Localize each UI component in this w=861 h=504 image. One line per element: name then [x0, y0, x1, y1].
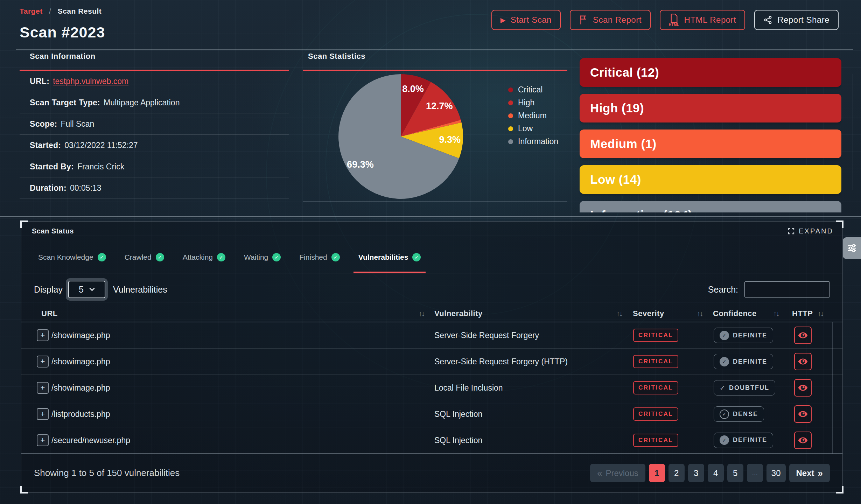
previous-page-button[interactable]: « Previous	[590, 464, 645, 482]
scan-result-page: Target / Scan Result ▶ Start Scan Scan R…	[0, 0, 861, 504]
report-share-button[interactable]: Report Share	[754, 10, 839, 30]
next-page-button[interactable]: Next »	[789, 464, 830, 482]
scan-info-value: 00:05:13	[70, 183, 102, 193]
page-button-3[interactable]: 3	[688, 464, 704, 482]
previous-label: Previous	[606, 468, 638, 478]
expand-button[interactable]: EXPAND	[788, 227, 833, 235]
severity-card-information[interactable]: Information (104)	[580, 201, 841, 212]
page-button-...[interactable]: ...	[747, 464, 763, 482]
table-header: URL ↑↓ Vulnerability ↑↓ Severity ↑↓ Conf…	[21, 306, 842, 322]
display-count-select[interactable]: 5	[68, 281, 105, 298]
showing-summary: Showing 1 to 5 of 150 vulnerabilities	[34, 468, 180, 478]
corner-bracket-icon	[20, 220, 28, 228]
http-view-button[interactable]	[794, 379, 812, 397]
page-button-30[interactable]: 30	[766, 464, 786, 482]
http-view-button[interactable]	[794, 353, 812, 370]
scan-url-link[interactable]: testphp.vulnweb.com	[53, 77, 128, 86]
sort-arrows-icon[interactable]: ↑↓	[419, 310, 424, 318]
severity-card-medium[interactable]: Medium (1)	[580, 130, 841, 158]
cell-url: /showimage.php	[51, 357, 110, 366]
expand-row-button[interactable]: +	[37, 434, 49, 446]
expand-row-button[interactable]: +	[37, 329, 49, 341]
column-header-confidence[interactable]: Confidence	[713, 309, 757, 318]
page-buttons: 12345...30	[649, 464, 786, 482]
severity-card-critical[interactable]: Critical (12)	[580, 58, 841, 87]
check-icon: ✓	[720, 384, 725, 392]
expand-row-button[interactable]: +	[37, 408, 49, 420]
cell-vulnerability: SQL Injection	[434, 435, 482, 445]
scan-status-tabs: Scan Knowledge✓Crawled✓Attacking✓Waiting…	[21, 241, 842, 273]
scan-status-header: Scan Status EXPAND	[21, 222, 842, 241]
page-button-2[interactable]: 2	[668, 464, 685, 482]
cell-url: /listproducts.php	[51, 410, 110, 419]
tab-finished[interactable]: Finished✓	[294, 241, 344, 273]
html-report-button[interactable]: HTML HTML Report	[660, 10, 745, 30]
tab-label: Crawled	[125, 253, 152, 261]
eye-icon	[797, 382, 808, 393]
search-input[interactable]	[744, 281, 830, 298]
circle-check-icon: ✓	[720, 357, 729, 366]
severity-card-label: High (19)	[590, 101, 644, 115]
eye-icon	[797, 356, 808, 367]
sort-arrows-icon[interactable]: ↑↓	[818, 310, 823, 318]
table-row: +/listproducts.phpSQL InjectionCRITICAL✓…	[21, 401, 842, 427]
sort-arrows-icon[interactable]: ↑↓	[616, 310, 622, 318]
column-header-vulnerability[interactable]: Vulnerability	[434, 309, 483, 318]
confidence-label: DEFINITE	[733, 332, 767, 339]
severity-badge: CRITICAL	[633, 329, 678, 342]
sort-arrows-icon[interactable]: ↑↓	[697, 310, 702, 318]
sort-arrows-icon[interactable]: ↑↓	[773, 310, 779, 318]
legend-label: Medium	[518, 111, 547, 120]
table-row: +/showimage.phpServer-Side Request Forge…	[21, 349, 842, 375]
legend-item: Medium	[508, 109, 558, 122]
scan-info-value: Full Scan	[61, 119, 94, 129]
scan-information-title: Scan Information	[30, 52, 96, 61]
tab-crawled[interactable]: Crawled✓	[120, 241, 169, 273]
severity-card-low[interactable]: Low (14)	[580, 165, 841, 194]
severity-card-high[interactable]: High (19)	[580, 94, 841, 122]
confidence-label: DOUBTFUL	[729, 384, 769, 392]
expand-row-button[interactable]: +	[37, 356, 49, 368]
table-footer: Showing 1 to 5 of 150 vulnerabilities « …	[21, 454, 842, 492]
confidence-badge: ✓DEFINITE	[714, 354, 773, 369]
legend-item: High	[508, 96, 558, 109]
filter-settings-tab[interactable]	[843, 237, 861, 259]
confidence-label: DEFINITE	[733, 436, 767, 444]
double-chevron-right-icon: »	[818, 469, 823, 478]
page-button-1[interactable]: 1	[649, 464, 665, 482]
legend-dot-icon	[508, 88, 513, 92]
chevron-down-icon	[89, 288, 95, 291]
check-icon: ✓	[156, 253, 164, 261]
start-scan-button[interactable]: ▶ Start Scan	[491, 10, 561, 30]
tab-attacking[interactable]: Attacking✓	[178, 241, 230, 273]
scan-info-row: Scan Target Type:Multipage Application	[20, 92, 289, 113]
http-view-button[interactable]	[794, 432, 812, 449]
tab-scan-knowledge[interactable]: Scan Knowledge✓	[33, 241, 111, 273]
tab-vulnerabilities[interactable]: Vulnerabilities✓	[354, 241, 426, 273]
page-title: Scan #2023	[20, 24, 105, 41]
check-icon: ✓	[98, 253, 106, 261]
double-chevron-left-icon: «	[597, 469, 602, 478]
cell-url: /showimage.php	[51, 383, 110, 393]
scan-info-row: Started By:Francis Crick	[20, 156, 289, 177]
expand-row-button[interactable]: +	[37, 382, 49, 394]
cell-vulnerability: Local File Inclusion	[434, 383, 503, 393]
scan-status-title: Scan Status	[32, 227, 74, 235]
column-header-severity[interactable]: Severity	[633, 309, 664, 318]
cell-url: /secured/newuser.php	[51, 435, 130, 445]
scan-report-button[interactable]: Scan Report	[570, 10, 651, 30]
severity-badge: CRITICAL	[633, 355, 678, 368]
tab-waiting[interactable]: Waiting✓	[239, 241, 286, 273]
breadcrumb-target[interactable]: Target	[20, 7, 43, 15]
column-header-http[interactable]: HTTP	[792, 309, 813, 318]
divider	[16, 49, 16, 199]
column-header-url[interactable]: URL	[41, 309, 58, 318]
http-view-button[interactable]	[794, 327, 812, 344]
page-button-4[interactable]: 4	[708, 464, 724, 482]
scan-info-label: Scope:	[30, 119, 57, 129]
table-controls: Display 5 Vulnerabilities Search:	[21, 273, 842, 306]
scan-info-label: URL:	[30, 77, 49, 86]
page-button-5[interactable]: 5	[727, 464, 743, 482]
html-report-label: HTML Report	[684, 15, 736, 25]
http-view-button[interactable]	[794, 405, 812, 423]
